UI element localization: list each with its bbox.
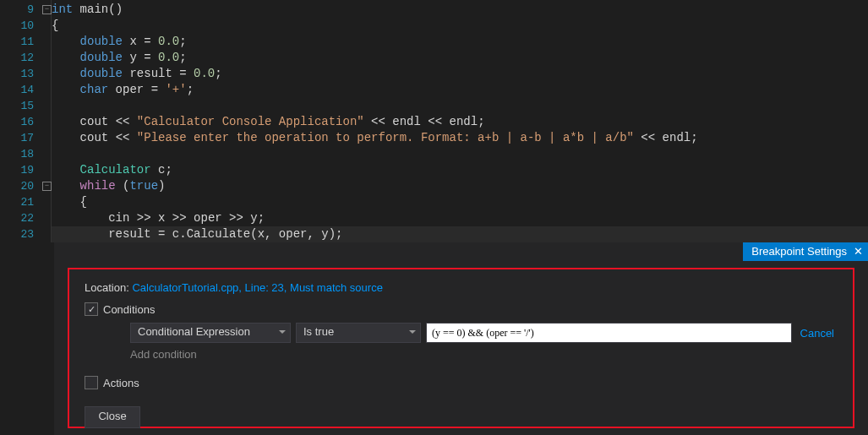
code-line[interactable]: result = c.Calculate(x, oper, y); (52, 226, 868, 242)
actions-row: Actions (85, 376, 838, 389)
chevron-down-icon (279, 330, 286, 334)
line-number: 20 (0, 178, 41, 194)
cancel-link[interactable]: Cancel (797, 327, 838, 340)
panel-title: Breakpoint Settings (751, 242, 847, 261)
code-line[interactable]: { (52, 194, 868, 210)
condition-op-dropdown[interactable]: Is true (296, 323, 421, 343)
code-line[interactable]: cout << "Calculator Console Application"… (52, 114, 868, 130)
fold-gutter: −− (41, 0, 52, 242)
code-line[interactable]: { (52, 18, 868, 34)
conditions-label: Conditions (103, 303, 155, 316)
line-number: 12 (0, 50, 41, 66)
conditions-checkbox[interactable]: ✓ (85, 302, 98, 316)
line-number: 13 (0, 66, 41, 82)
line-number: 19 (0, 162, 41, 178)
code-line[interactable]: Calculator c; (52, 162, 868, 178)
conditions-row: ✓ Conditions (85, 302, 838, 316)
location-link[interactable]: CalculatorTutorial.cpp, Line: 23, Must m… (132, 281, 383, 294)
location-label: Location: (85, 281, 132, 294)
line-number: 10 (0, 18, 41, 34)
line-number: 17 (0, 130, 41, 146)
location-row: Location: CalculatorTutorial.cpp, Line: … (85, 281, 838, 294)
code-line[interactable] (52, 98, 868, 114)
add-condition-link[interactable]: Add condition (130, 348, 838, 361)
code-line[interactable]: double result = 0.0; (52, 66, 868, 82)
line-number: 23 (0, 226, 41, 242)
line-number: 15 (0, 98, 41, 114)
actions-checkbox[interactable] (85, 376, 98, 389)
line-number: 18 (0, 146, 41, 162)
close-button[interactable]: Close (85, 406, 140, 428)
panel-title-bar: Breakpoint Settings ✕ (743, 242, 868, 261)
chevron-down-icon (409, 330, 416, 334)
line-number-gutter: 91011121314151617181920212223 (0, 0, 41, 242)
code-line[interactable]: int main() (52, 2, 868, 18)
code-line[interactable]: char oper = '+'; (52, 82, 868, 98)
actions-label: Actions (103, 377, 139, 389)
code-line[interactable]: cout << "Please enter the operation to p… (52, 130, 868, 146)
fold-toggle-icon[interactable]: − (42, 182, 52, 191)
code-line[interactable]: double x = 0.0; (52, 34, 868, 50)
code-area[interactable]: int main(){ double x = 0.0; double y = 0… (52, 0, 868, 242)
code-line[interactable]: double y = 0.0; (52, 50, 868, 66)
condition-type-dropdown[interactable]: Conditional Expression (130, 323, 291, 343)
fold-toggle-icon[interactable]: − (42, 5, 52, 14)
breakpoint-settings-panel: Breakpoint Settings ✕ Location: Calculat… (54, 242, 868, 435)
line-number: 21 (0, 194, 41, 210)
code-line[interactable]: cin >> x >> oper >> y; (52, 210, 868, 226)
line-number: 11 (0, 34, 41, 50)
condition-op-value: Is true (303, 325, 334, 338)
condition-editor-row: Conditional Expression Is true Cancel (130, 323, 838, 343)
code-line[interactable] (52, 146, 868, 162)
close-icon[interactable]: ✕ (854, 242, 863, 261)
line-number: 9 (0, 2, 41, 18)
line-number: 22 (0, 210, 41, 226)
condition-expression-input[interactable] (426, 323, 792, 343)
line-number: 16 (0, 114, 41, 130)
condition-type-value: Conditional Expression (138, 325, 250, 338)
code-line[interactable]: while (true) (52, 178, 868, 194)
line-number: 14 (0, 82, 41, 98)
code-editor: 91011121314151617181920212223 −− int mai… (0, 0, 868, 242)
panel-body: Location: CalculatorTutorial.cpp, Line: … (68, 268, 854, 428)
